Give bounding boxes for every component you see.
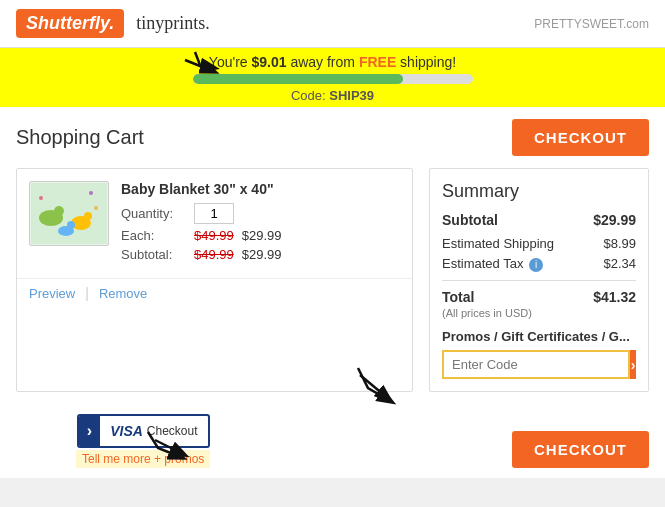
- svg-point-2: [54, 206, 64, 216]
- summary-shipping-row: Estimated Shipping $8.99: [442, 236, 636, 251]
- svg-point-4: [84, 212, 92, 220]
- total-row: Total $41.32: [442, 289, 636, 305]
- tinyprints-logo: tinyprints.: [136, 13, 210, 34]
- svg-point-7: [39, 196, 43, 200]
- quantity-label: Quantity:: [121, 206, 186, 221]
- item-actions: Preview | Remove: [17, 279, 412, 307]
- visa-logo: VISA: [110, 423, 143, 439]
- main-content: Shopping Cart CHECKOUT: [0, 107, 665, 404]
- subtotal-label: Subtotal:: [121, 247, 186, 262]
- promo-code-input[interactable]: [442, 350, 630, 379]
- summary-tax-value: $2.34: [603, 256, 636, 272]
- promo-code-value: SHIP39: [329, 88, 374, 103]
- product-thumbnail: [29, 181, 109, 246]
- total-value: $41.32: [593, 289, 636, 305]
- tell-more-link[interactable]: Tell me more + promos: [76, 450, 210, 468]
- cart-area: Baby Blanket 30" x 40" Quantity: Each: $…: [16, 168, 649, 392]
- subtotal-current-price: $29.99: [242, 247, 282, 262]
- summary-title: Summary: [442, 181, 636, 202]
- cart-title: Shopping Cart: [16, 126, 144, 149]
- item-details: Baby Blanket 30" x 40" Quantity: Each: $…: [121, 181, 400, 266]
- usd-note: (All prices in USD): [442, 307, 636, 319]
- svg-point-8: [89, 191, 93, 195]
- summary-shipping-value: $8.99: [603, 236, 636, 251]
- summary-box: Summary Subtotal $29.99 Estimated Shippi…: [429, 168, 649, 392]
- summary-subtotal-value: $29.99: [593, 212, 636, 228]
- checkout-button-bottom[interactable]: CHECKOUT: [512, 431, 649, 468]
- cart-item: Baby Blanket 30" x 40" Quantity: Each: $…: [17, 169, 412, 279]
- cart-items-panel: Baby Blanket 30" x 40" Quantity: Each: $…: [16, 168, 413, 392]
- summary-shipping-label: Estimated Shipping: [442, 236, 554, 251]
- quantity-input[interactable]: [194, 203, 234, 224]
- shipping-text: You're $9.01 away from FREE shipping!: [12, 54, 653, 70]
- summary-subtotal-row: Subtotal $29.99: [442, 212, 636, 228]
- tax-info-icon[interactable]: i: [529, 258, 543, 272]
- subtotal-row: Subtotal: $49.99 $29.99: [121, 247, 400, 262]
- subtotal-original-price: $49.99: [194, 247, 234, 262]
- remove-link[interactable]: Remove: [99, 286, 147, 301]
- shutterfly-logo: Shutterfly.: [16, 9, 124, 38]
- visa-checkout-label: Checkout: [147, 424, 198, 438]
- shipping-banner: You're $9.01 away from FREE shipping! Co…: [0, 48, 665, 107]
- preview-link[interactable]: Preview: [29, 286, 75, 301]
- visa-text-area: VISA Checkout: [100, 419, 207, 443]
- promo-input-row: ›: [442, 350, 636, 379]
- each-current-price: $29.99: [242, 228, 282, 243]
- promos-section: Promos / Gift Certificates / G... ›: [442, 329, 636, 379]
- summary-subtotal-label: Subtotal: [442, 212, 498, 228]
- cart-header: Shopping Cart CHECKOUT: [16, 119, 649, 156]
- product-image: [31, 183, 107, 244]
- progress-bar-container: [193, 74, 473, 84]
- header: Shutterfly. tinyprints. PRETTYSWEET.com: [0, 0, 665, 48]
- prettysweet-label: PRETTYSWEET.com: [534, 17, 649, 31]
- item-name: Baby Blanket 30" x 40": [121, 181, 400, 197]
- summary-inner: Summary Subtotal $29.99 Estimated Shippi…: [429, 168, 649, 392]
- each-label: Each:: [121, 228, 186, 243]
- each-original-price: $49.99: [194, 228, 234, 243]
- total-label: Total: [442, 289, 474, 305]
- action-separator: |: [85, 285, 89, 301]
- summary-divider: [442, 280, 636, 281]
- progress-bar-fill: [193, 74, 403, 84]
- bottom-area: › VISA Checkout Tell me more + promos CH…: [0, 404, 665, 478]
- visa-checkout-button[interactable]: › VISA Checkout: [77, 414, 210, 448]
- free-label: FREE: [359, 54, 396, 70]
- svg-point-6: [67, 221, 75, 229]
- visa-arrow-icon: ›: [79, 416, 100, 446]
- summary-tax-label: Estimated Tax i: [442, 256, 543, 272]
- quantity-row: Quantity:: [121, 203, 400, 224]
- shipping-amount: $9.01: [251, 54, 286, 70]
- each-row: Each: $49.99 $29.99: [121, 228, 400, 243]
- svg-point-9: [94, 206, 98, 210]
- promo-submit-button[interactable]: ›: [630, 350, 636, 379]
- checkout-button-top[interactable]: CHECKOUT: [512, 119, 649, 156]
- promo-code-display: Code: SHIP39: [12, 88, 653, 103]
- summary-tax-row: Estimated Tax i $2.34: [442, 256, 636, 272]
- visa-area: › VISA Checkout Tell me more + promos: [76, 414, 210, 468]
- promos-title: Promos / Gift Certificates / G...: [442, 329, 636, 344]
